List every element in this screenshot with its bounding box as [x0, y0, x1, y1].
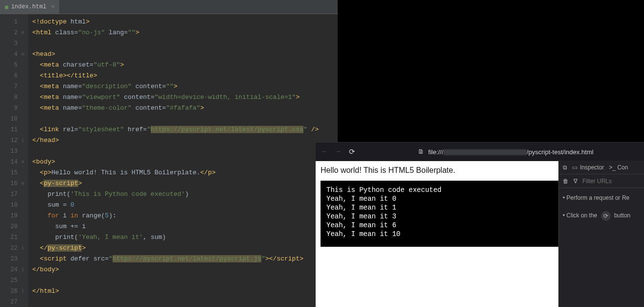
line-number-gutter: 1234567891011121314151617181920212223242…: [0, 14, 22, 307]
back-icon[interactable]: ←: [322, 148, 327, 156]
url-bar[interactable]: 🗎 file:////pyscript-test/index.html: [418, 145, 637, 159]
editor-tab-index-html[interactable]: ▦ index.html ×: [0, 0, 59, 14]
fold-column: ⊟⊟⌊⊟⊟⌊⌊⌊: [22, 14, 28, 307]
trash-icon[interactable]: 🗑: [563, 178, 569, 185]
devtools-hint-2: Click on the ⟳ button: [563, 211, 640, 221]
devtools-hint-1: Perform a request or Re: [563, 193, 640, 203]
code-area[interactable]: 1234567891011121314151617181920212223242…: [0, 14, 338, 307]
inspector-icon: ▭: [572, 164, 577, 171]
reload-badge-icon: ⟳: [601, 211, 611, 221]
url-text: file:////pyscript-test/index.html: [428, 148, 594, 156]
devtools-tabbar: ⧉ ▭ Inspector >_ Con: [559, 161, 644, 174]
url-obscured-segment: [443, 149, 527, 155]
devtools-tab-console-label: Con: [617, 164, 628, 171]
reload-icon[interactable]: ⟳: [349, 147, 355, 157]
devtools-tab-console[interactable]: >_ Con: [609, 164, 628, 171]
code-editor: ▦ index.html × 1234567891011121314151617…: [0, 0, 338, 307]
hint2-post: button: [614, 212, 630, 219]
editor-tab-filename: index.html: [11, 3, 46, 10]
document-icon: 🗎: [418, 148, 424, 156]
forward-icon[interactable]: →: [336, 148, 340, 156]
filter-urls-input[interactable]: [582, 178, 644, 185]
devtools-tab-inspector-label: Inspector: [580, 164, 604, 171]
url-suffix: /pyscript-test/index.html: [527, 148, 594, 156]
devtools-body: Perform a request or Re Click on the ⟳ b…: [559, 188, 644, 226]
devtools-filter-row: 🗑 ∇: [559, 174, 644, 188]
hint2-pre: Click on the: [567, 212, 599, 219]
html-file-icon: ▦: [5, 4, 8, 10]
browser-toolbar: ← → ⟳ 🗎 file:////pyscript-test/index.htm…: [316, 142, 644, 161]
editor-tab-bar: ▦ index.html ×: [0, 0, 338, 14]
url-prefix: file:///: [428, 148, 443, 156]
devtools-tab-inspector[interactable]: ▭ Inspector: [572, 164, 604, 171]
hint1-pre: Perform a request or: [567, 194, 622, 201]
devtools-panel: ⧉ ▭ Inspector >_ Con 🗑 ∇ Perform a reque…: [558, 161, 644, 307]
code-content[interactable]: <!doctype html><html class="no-js" lang=…: [28, 14, 338, 307]
hint1-post: Re: [622, 194, 629, 201]
pyscript-output: This is Python code executed Yeah, I mea…: [321, 181, 559, 247]
console-icon: >_: [609, 164, 616, 171]
dock-icon[interactable]: ⧉: [563, 164, 567, 171]
filter-icon: ∇: [574, 178, 577, 185]
close-icon[interactable]: ×: [51, 4, 55, 10]
